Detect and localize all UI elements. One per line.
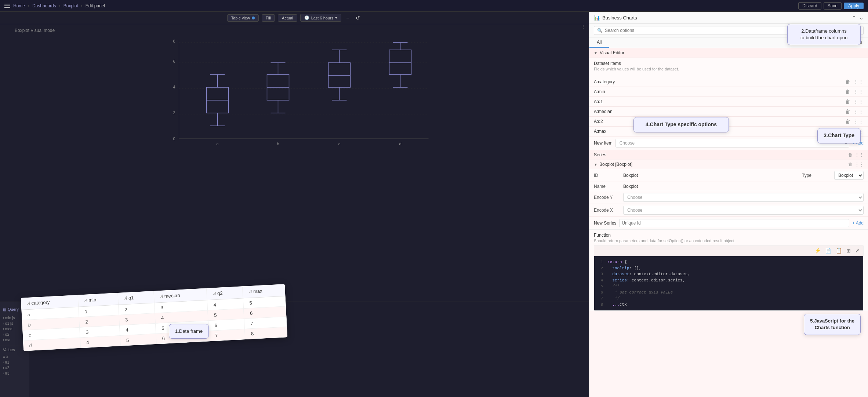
col-q1: 𝘈q1	[118, 291, 155, 305]
main-layout: Table view Fill Actual 🕐 Last 6 hours ▾ …	[0, 12, 868, 397]
code-expand[interactable]: ⤢	[854, 247, 860, 254]
field-menu-category[interactable]: ⋮⋮	[853, 79, 864, 85]
series-delete[interactable]: 🗑	[848, 152, 853, 157]
field-name-q2: A:q2	[594, 119, 603, 124]
save-button[interactable]: Save	[824, 2, 842, 10]
annotation-chart-type: 3.Chart Type	[817, 128, 861, 143]
breadcrumb: Home › Dashboards › Boxplot › Edit panel	[4, 3, 798, 8]
search-icon: 🔍	[597, 28, 603, 33]
topbar-actions: Discard Save Apply	[798, 2, 864, 10]
fill-button[interactable]: Fill	[262, 14, 275, 22]
type-select[interactable]: Boxplot	[834, 171, 864, 180]
time-range-selector[interactable]: 🕐 Last 6 hours ▾	[300, 14, 342, 22]
code-tool-2[interactable]: 📄	[824, 247, 832, 254]
svg-text:b: b	[277, 142, 279, 146]
boxplot-link[interactable]: Boxplot	[63, 3, 78, 8]
svg-rect-29	[328, 63, 351, 87]
zoom-out-button[interactable]: −	[344, 14, 351, 22]
svg-text:6: 6	[173, 59, 175, 63]
field-name-min: A:min	[594, 89, 605, 94]
field-delete-q1[interactable]: 🗑	[845, 99, 850, 105]
series-encodex-row: Encode X Choose	[589, 204, 868, 217]
field-menu-median[interactable]: ⋮⋮	[853, 109, 864, 114]
tab-all[interactable]: All	[589, 37, 609, 48]
new-item-select[interactable]: Choose	[615, 139, 849, 147]
add-series-button[interactable]: + Add	[852, 221, 864, 226]
plugin-name: Business Charts	[602, 15, 637, 21]
col-q2: 𝘈q2	[207, 286, 243, 300]
series-label: Series	[594, 152, 606, 157]
table-view-dot	[252, 17, 255, 19]
function-label: Function	[594, 233, 864, 238]
svg-text:0: 0	[173, 136, 175, 141]
encode-x-label: Encode X	[594, 208, 623, 213]
field-menu-q1[interactable]: ⋮⋮	[853, 99, 864, 105]
boxplot-chart: 0 2 4 6 8 a b c d	[15, 36, 585, 153]
topbar: Home › Dashboards › Boxplot › Edit panel…	[0, 0, 868, 12]
encode-y-select[interactable]: Choose	[623, 193, 864, 202]
new-series-label: New Series	[594, 221, 616, 226]
field-delete-q2[interactable]: 🗑	[845, 119, 850, 124]
left-panel: Table view Fill Actual 🕐 Last 6 hours ▾ …	[0, 12, 589, 397]
field-delete-min[interactable]: 🗑	[845, 89, 850, 95]
svg-text:2: 2	[173, 110, 175, 115]
section-collapse-arrow: ▼	[594, 51, 598, 55]
refresh-button[interactable]: ↺	[354, 14, 362, 22]
field-delete-median[interactable]: 🗑	[845, 109, 850, 114]
field-delete-category[interactable]: 🗑	[845, 79, 850, 85]
svg-text:8: 8	[173, 39, 175, 43]
annotation-search: 2.Dataframe columnsto build the chart up…	[787, 24, 861, 45]
series-wrapper: Series 🗑 ⋮⋮ ▼ Boxplot [Boxplot]	[589, 150, 868, 230]
table-view-button[interactable]: Table view	[227, 14, 259, 22]
boxplot-menu[interactable]: ⋮⋮	[855, 162, 864, 167]
boxplot-collapse-arrow: ▼	[594, 163, 598, 167]
discard-button[interactable]: Discard	[798, 2, 821, 10]
field-row-category: A:category 🗑 ⋮⋮	[589, 77, 868, 87]
field-menu-min[interactable]: ⋮⋮	[853, 89, 864, 95]
boxplot-delete[interactable]: 🗑	[848, 162, 853, 167]
field-row-min: A:min 🗑 ⋮⋮	[589, 87, 868, 97]
actual-button[interactable]: Actual	[278, 14, 297, 22]
right-panel-header: 📊 Business Charts ⌃ ⌄	[589, 12, 868, 24]
field-name-median: A:median	[594, 109, 613, 114]
new-series-input[interactable]	[619, 219, 849, 227]
name-value: Boxplot	[623, 184, 864, 189]
expand-chevron[interactable]: ⌄	[859, 15, 864, 21]
dashboards-link[interactable]: Dashboards	[32, 3, 56, 8]
field-row-q1: A:q1 🗑 ⋮⋮	[589, 97, 868, 107]
boxplot-series-header[interactable]: ▼ Boxplot [Boxplot] 🗑 ⋮⋮	[589, 160, 868, 169]
annotation-dataframe: 1.Data frame	[169, 324, 209, 339]
search-area: 🔍 2.Dataframe columnsto build the chart …	[589, 24, 868, 37]
collapse-chevron[interactable]: ⌃	[852, 15, 856, 21]
chart-plugin-icon: 📊	[594, 15, 600, 21]
field-menu-q2[interactable]: ⋮⋮	[853, 119, 864, 124]
series-fields: ID Boxplot Type Boxplot Name Boxplot	[589, 169, 868, 217]
series-menu[interactable]: ⋮⋮	[855, 152, 864, 157]
encode-y-label: Encode Y	[594, 195, 623, 200]
panel-toolbar: Table view Fill Actual 🕐 Last 6 hours ▾ …	[0, 12, 589, 24]
dataset-items-label: Dataset Items	[594, 61, 864, 66]
home-link[interactable]: Home	[13, 3, 25, 8]
new-item-label: New Item	[594, 141, 613, 146]
function-sublabel: Should return parameters and data for se…	[594, 238, 864, 243]
type-label: Type	[802, 173, 831, 178]
annotation-chart-specific: 4.Chart Type specific options	[633, 117, 729, 132]
edit-panel-label: Edit panel	[86, 3, 105, 8]
code-tool-1[interactable]: ⚡	[814, 247, 821, 254]
panel-menu[interactable]: ⋮	[581, 24, 585, 29]
svg-text:a: a	[216, 142, 219, 146]
code-editor[interactable]: 1return { 2 tooltip: {}, 3 dataset: cont…	[594, 256, 864, 311]
code-tool-3[interactable]: 📋	[835, 247, 843, 254]
toolbar-center: Table view Fill Actual 🕐 Last 6 hours ▾ …	[227, 14, 362, 22]
code-toolbar: ⚡ 📄 📋 ⊞ ⤢	[594, 245, 864, 256]
encode-x-select[interactable]: Choose	[623, 206, 864, 215]
visual-editor-header[interactable]: ▼ Visual Editor	[589, 48, 868, 58]
right-panel: 📊 Business Charts ⌃ ⌄ 🔍 2.Dataframe colu…	[589, 12, 868, 397]
apply-button[interactable]: Apply	[844, 3, 864, 9]
svg-text:d: d	[399, 142, 401, 146]
right-content: ▼ Visual Editor Dataset Items Fields whi…	[589, 48, 868, 397]
hamburger-menu[interactable]	[4, 4, 10, 8]
series-id-row: ID Boxplot Type Boxplot	[589, 169, 868, 182]
code-tool-4[interactable]: ⊞	[846, 247, 851, 254]
panel-title: Boxplot Visual mode	[15, 28, 585, 33]
